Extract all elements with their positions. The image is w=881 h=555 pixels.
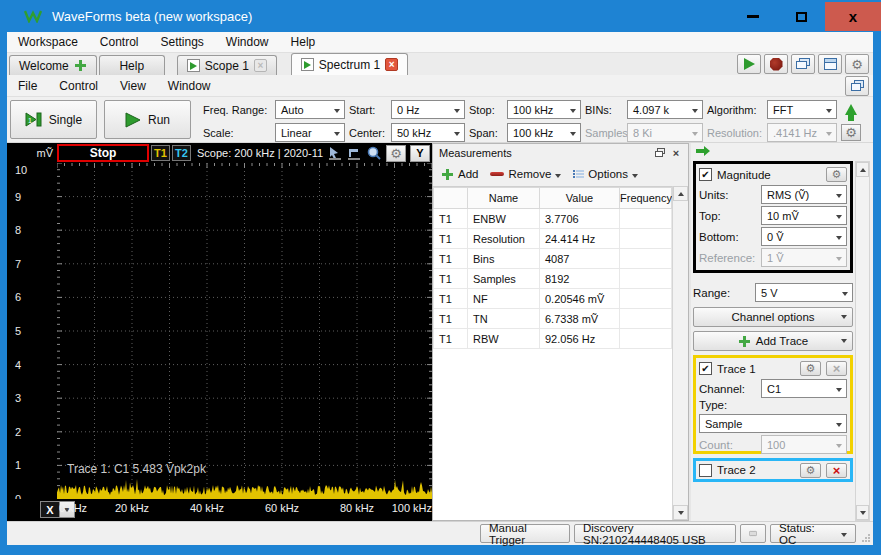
add-instrument-icon[interactable] — [74, 59, 87, 72]
bottom-select[interactable]: 0 Ṽ — [761, 227, 847, 246]
table-row[interactable]: T1Samples8192 — [434, 269, 672, 289]
table-row[interactable]: T1Resolution24.414 Hz — [434, 229, 672, 249]
chevron-down-icon — [632, 174, 638, 178]
x-axis-tick-label: 80 kHz — [340, 502, 374, 514]
device-button[interactable]: Discovery SN:210244448405 USB — [574, 524, 736, 543]
menu-workspace[interactable]: Workspace — [7, 33, 89, 51]
close-panel-button[interactable]: × — [668, 146, 684, 160]
trace1-gear-button[interactable]: ⚙ — [800, 361, 821, 376]
stop-all-button[interactable] — [764, 54, 788, 74]
top-select[interactable]: 10 mṼ — [761, 206, 847, 225]
menu-view[interactable]: View — [109, 77, 157, 95]
menu-window[interactable]: Window — [215, 33, 280, 51]
chevron-up-icon — [678, 192, 684, 196]
trace2-checkbox[interactable] — [699, 464, 712, 477]
run-button[interactable]: Run — [104, 100, 191, 139]
plot-canvas[interactable]: Trace 1: C1 5.483 Ṽpk2pk 109876543210 — [7, 163, 432, 499]
range-select[interactable]: 5 V — [755, 283, 853, 302]
col-frequency[interactable]: Frequency — [620, 188, 672, 209]
units-select[interactable]: RMS (Ṽ) — [761, 185, 847, 204]
scroll-down-button[interactable] — [856, 505, 869, 520]
toolbar-settings-button[interactable]: ⚙ — [841, 124, 861, 141]
panel-scrollbar[interactable] — [855, 161, 870, 521]
scale-select[interactable]: Linear — [275, 123, 345, 142]
t2-badge[interactable]: T2 — [172, 145, 191, 161]
count-label: Count: — [699, 439, 761, 451]
plot-settings-button[interactable]: ⚙ — [386, 145, 406, 162]
stop-select[interactable]: 100 kHz — [507, 100, 581, 119]
start-select[interactable]: 0 Hz — [391, 100, 465, 119]
magnitude-gear-button[interactable]: ⚙ — [826, 167, 847, 182]
float-panel-button[interactable] — [652, 146, 668, 160]
tab-welcome[interactable]: Welcome — [9, 55, 97, 75]
options-button[interactable]: Options — [569, 166, 642, 182]
resize-grip[interactable] — [861, 533, 871, 543]
zoom-magnifier-icon[interactable] — [366, 146, 382, 161]
table-row[interactable]: T1NF0.20546 mṼ — [434, 289, 672, 309]
span-select[interactable]: 100 kHz — [507, 123, 581, 142]
acquisition-stop-button[interactable]: Stop — [57, 144, 149, 162]
scroll-down-button[interactable] — [673, 505, 688, 520]
tab-help[interactable]: Help — [99, 55, 165, 75]
col-value[interactable]: Value — [540, 188, 620, 209]
close-button[interactable]: x — [825, 2, 881, 31]
trace2-gear-button[interactable]: ⚙ — [800, 463, 821, 478]
device-icon-button[interactable] — [740, 524, 766, 543]
pointer-cursor-icon[interactable] — [328, 147, 343, 160]
split-windows-button[interactable] — [818, 54, 842, 74]
bins-label: BINs: — [585, 104, 623, 116]
t1-badge[interactable]: T1 — [151, 145, 170, 161]
green-right-arrow-icon[interactable] — [696, 146, 710, 156]
close-tab-icon[interactable]: × — [385, 58, 398, 71]
table-row[interactable]: T1TN6.7338 mṼ — [434, 309, 672, 329]
channel-options-button[interactable]: Channel options — [693, 307, 853, 327]
menu-help[interactable]: Help — [280, 33, 327, 51]
scroll-up-button[interactable] — [673, 186, 688, 201]
remove-measurement-button[interactable]: Remove — [486, 166, 565, 182]
menu-control2[interactable]: Control — [48, 77, 109, 95]
trace1-channel-select[interactable]: C1 — [761, 379, 847, 398]
table-row[interactable]: T1Bins4087 — [434, 249, 672, 269]
table-row[interactable]: T1ENBW3.7706 — [434, 209, 672, 229]
add-trace-button[interactable]: Add Trace — [693, 331, 853, 351]
measurements-scrollbar[interactable] — [672, 186, 688, 520]
y-axis-button[interactable]: Y — [410, 145, 430, 162]
trace1-checkbox[interactable]: ✔ — [699, 362, 712, 375]
menu-window2[interactable]: Window — [157, 77, 222, 95]
table-row[interactable]: T1RBW92.056 Hz — [434, 329, 672, 349]
tab-scope1[interactable]: Scope 1 × — [177, 55, 277, 75]
y-axis-tick-label: 8 — [15, 224, 45, 236]
menu-settings[interactable]: Settings — [150, 33, 215, 51]
maximize-button[interactable] — [777, 2, 825, 31]
chevron-down-icon — [836, 388, 842, 392]
algorithm-select[interactable]: FFT — [767, 100, 837, 119]
status-dropdown[interactable]: Status: OC — [770, 524, 856, 543]
manual-trigger-button[interactable]: Manual Trigger — [480, 524, 570, 543]
scroll-up-button[interactable] — [856, 162, 869, 177]
workspace-settings-button[interactable]: ⚙ — [845, 54, 869, 74]
run-all-button[interactable] — [737, 54, 761, 74]
single-button[interactable]: 1 Single — [10, 100, 97, 139]
green-up-arrow-icon[interactable] — [845, 104, 857, 115]
menu-control[interactable]: Control — [89, 33, 150, 51]
client-area: Workspace Control Settings Window Help W… — [7, 32, 873, 545]
add-measurement-button[interactable]: Add — [437, 166, 482, 183]
freq-range-select[interactable]: Auto — [275, 100, 345, 119]
bins-select[interactable]: 4.097 k — [627, 100, 703, 119]
col-name[interactable]: Name — [468, 188, 540, 209]
menu-file[interactable]: File — [7, 77, 48, 95]
cascade-windows-button[interactable] — [791, 54, 815, 74]
spectrum-toolbar: 1 Single Run Freq. Range: Auto Start: 0 … — [7, 97, 873, 143]
trace2-close-button[interactable]: × — [826, 463, 847, 478]
float-panel-icon — [655, 148, 665, 158]
minimize-button[interactable] — [729, 2, 777, 31]
tab-spectrum1[interactable]: Spectrum 1 × — [291, 53, 408, 75]
trace1-close-button[interactable]: × — [826, 361, 847, 376]
chevron-down-icon — [836, 194, 842, 198]
trace1-type-select[interactable]: Sample — [699, 414, 847, 433]
close-tab-icon[interactable]: × — [254, 59, 267, 72]
magnitude-checkbox[interactable]: ✔ — [699, 168, 712, 181]
center-select[interactable]: 50 kHz — [391, 123, 465, 142]
float-window-button[interactable] — [845, 76, 869, 96]
cursor-ruler-icon[interactable] — [347, 147, 362, 160]
